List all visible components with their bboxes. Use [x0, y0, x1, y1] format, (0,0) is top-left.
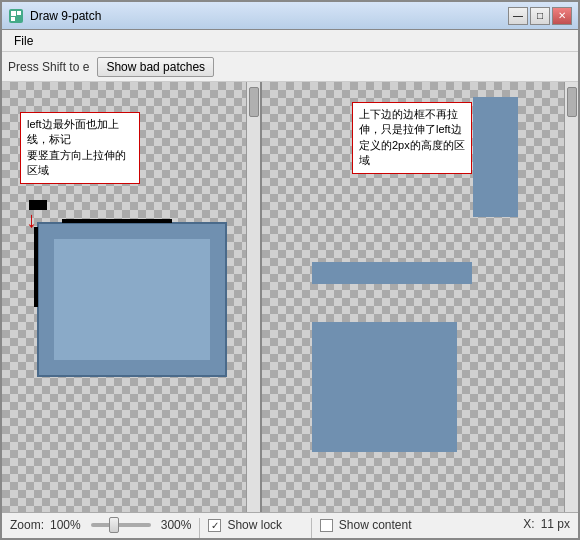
x-value: 11 px: [541, 517, 570, 531]
right-preview-panel[interactable]: 上下边的边框不再拉伸，只是拉伸了left边定义的2px的高度的区域: [262, 82, 578, 512]
preview-patch-wide: [312, 262, 472, 284]
left-scrollbar-thumb[interactable]: [249, 87, 259, 117]
svg-rect-3: [17, 11, 21, 15]
divider-2: [311, 518, 312, 541]
patch-indicator-dot: [29, 200, 47, 210]
annotation-right: 上下边的边框不再拉伸，只是拉伸了left边定义的2px的高度的区域: [352, 102, 472, 174]
window-controls: — □ ✕: [508, 7, 572, 25]
toolbar: Press Shift to e Show bad patches: [2, 52, 578, 82]
preview-patch-tall: [473, 97, 518, 217]
show-content-label: Show content: [339, 518, 412, 532]
show-content-line: Show content: [320, 513, 412, 538]
statusbar: Zoom: 100% 300% Patch scale: 2x 3x Show …: [2, 512, 578, 540]
show-content-checkbox[interactable]: [320, 519, 333, 532]
divider-1: [199, 518, 200, 541]
titlebar: Draw 9-patch — □ ✕: [2, 2, 578, 30]
minimize-button[interactable]: —: [508, 7, 528, 25]
arrow-indicator: ↓: [26, 207, 37, 233]
right-scrollbar-thumb[interactable]: [567, 87, 577, 117]
show-lock-label: Show lock: [227, 518, 282, 532]
right-scrollbar[interactable]: [564, 82, 578, 512]
app-icon: [8, 8, 24, 24]
top-stretch-line: [62, 219, 172, 223]
close-button[interactable]: ✕: [552, 7, 572, 25]
ninepatch-inner: [54, 239, 210, 360]
coordinates-section: X: 11 px Y: 0 px: [523, 512, 570, 541]
left-stretch-line: [34, 227, 38, 307]
zoom-slider-track: [91, 523, 151, 527]
preview-patch-square: [312, 322, 457, 452]
show-lock-line: Show lock: [208, 513, 302, 538]
zoom-value: 100%: [50, 518, 81, 532]
ninepatch-image: [37, 222, 227, 377]
checkboxes-section: Show lock Show patches: [208, 513, 302, 541]
svg-rect-2: [11, 17, 15, 21]
menubar: File: [2, 30, 578, 52]
show-content-section: Show content: [320, 513, 412, 541]
left-scrollbar[interactable]: [246, 82, 260, 512]
show-lock-checkbox[interactable]: [208, 519, 221, 532]
left-editor-panel[interactable]: left边最外面也加上线，标记 要竖直方向上拉伸的区域 ↓: [2, 82, 262, 512]
x-coord-line: X: 11 px: [523, 512, 570, 537]
zoom-label: Zoom:: [10, 518, 44, 532]
x-label: X:: [523, 517, 534, 531]
zoom-slider[interactable]: [91, 517, 151, 533]
maximize-button[interactable]: □: [530, 7, 550, 25]
titlebar-left: Draw 9-patch: [8, 8, 101, 24]
annotation-left: left边最外面也加上线，标记 要竖直方向上拉伸的区域: [20, 112, 140, 184]
toolbar-hint: Press Shift to e: [8, 60, 89, 74]
zoom-max-label: 300%: [161, 518, 192, 532]
main-area: left边最外面也加上线，标记 要竖直方向上拉伸的区域 ↓ 上下边的边框不再拉伸…: [2, 82, 578, 512]
menu-file[interactable]: File: [6, 32, 41, 50]
zoom-slider-thumb[interactable]: [109, 517, 119, 533]
bad-patches-button[interactable]: Show bad patches: [97, 57, 214, 77]
svg-rect-1: [11, 11, 16, 16]
zoom-section: Zoom: 100% 300% Patch scale: 2x 3x: [10, 513, 191, 541]
window-title: Draw 9-patch: [30, 9, 101, 23]
zoom-line: Zoom: 100% 300%: [10, 513, 191, 538]
